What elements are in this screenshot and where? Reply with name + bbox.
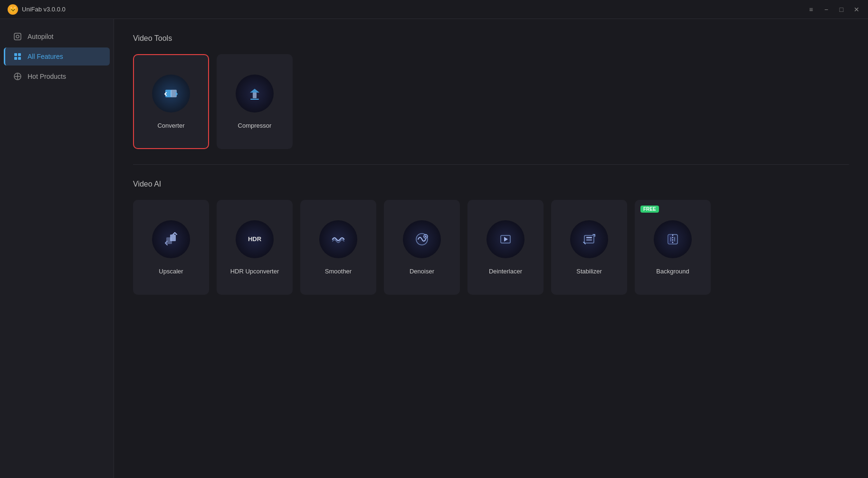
- sidebar-item-autopilot[interactable]: Autopilot: [4, 28, 110, 46]
- app-logo: 🐱: [8, 4, 18, 15]
- compressor-icon-circle: [236, 75, 274, 112]
- card-label-compressor: Compressor: [238, 122, 272, 129]
- card-denoiser[interactable]: Denoiser: [384, 200, 460, 295]
- sidebar-item-hot-products[interactable]: Hot Products: [4, 67, 110, 85]
- stabilizer-icon: [581, 231, 598, 248]
- card-converter[interactable]: Converter: [133, 54, 209, 149]
- hdr-text-icon: HDR: [248, 235, 261, 243]
- denoiser-icon-circle: [403, 220, 441, 258]
- card-deinterlacer[interactable]: Deinterlacer: [467, 200, 544, 295]
- svg-rect-22: [586, 237, 592, 238]
- svg-rect-23: [586, 239, 592, 241]
- video-ai-section: Video AI Upscaler: [133, 180, 849, 295]
- maximize-button[interactable]: □: [838, 6, 845, 13]
- card-compressor[interactable]: Compressor: [217, 54, 293, 149]
- video-tools-grid: Converter Compressor: [133, 54, 849, 149]
- svg-rect-3: [18, 53, 21, 56]
- background-icon-circle: [654, 220, 692, 258]
- deinterlacer-icon: [497, 231, 514, 248]
- card-stabilizer[interactable]: Stabilizer: [551, 200, 627, 295]
- sidebar-item-all-features[interactable]: All Features: [4, 47, 110, 66]
- card-label-converter: Converter: [157, 122, 184, 129]
- svg-point-1: [16, 35, 19, 38]
- sidebar-label-hot-products: Hot Products: [28, 73, 66, 80]
- svg-point-18: [425, 235, 427, 237]
- titlebar-left: 🐱 UniFab v3.0.0.0: [8, 4, 66, 15]
- section-divider: [133, 164, 849, 165]
- svg-rect-5: [18, 57, 21, 60]
- card-label-denoiser: Denoiser: [410, 268, 434, 275]
- app-title: UniFab v3.0.0.0: [22, 6, 66, 13]
- svg-rect-2: [14, 53, 17, 56]
- content-area: Video Tools Converter: [114, 19, 868, 478]
- background-icon: [664, 231, 681, 248]
- card-label-smoother: Smoother: [325, 268, 352, 275]
- main-layout: Autopilot All Features Ho: [0, 19, 868, 478]
- fire-icon: [13, 72, 22, 81]
- card-hdr-upconverter[interactable]: HDR HDR Upconverter: [217, 200, 293, 295]
- logo-icon: 🐱: [10, 6, 17, 13]
- smoother-icon-circle: [319, 220, 357, 258]
- upscaler-icon-circle: [152, 220, 190, 258]
- sidebar-label-all-features: All Features: [28, 53, 63, 60]
- autopilot-icon: [13, 32, 22, 41]
- compressor-icon: [246, 85, 263, 102]
- close-button[interactable]: ✕: [853, 6, 860, 13]
- titlebar-controls: ≡ − □ ✕: [807, 6, 860, 13]
- card-label-upscaler: Upscaler: [159, 268, 183, 275]
- stabilizer-icon-circle: [570, 220, 608, 258]
- card-label-deinterlacer: Deinterlacer: [489, 268, 522, 275]
- sidebar: Autopilot All Features Ho: [0, 19, 114, 478]
- svg-rect-10: [171, 90, 177, 97]
- video-tools-section: Video Tools Converter: [133, 34, 849, 149]
- svg-rect-12: [253, 93, 257, 98]
- card-upscaler[interactable]: Upscaler: [133, 200, 209, 295]
- svg-rect-0: [14, 33, 21, 40]
- card-smoother[interactable]: Smoother: [300, 200, 376, 295]
- smoother-icon: [330, 231, 347, 248]
- card-background[interactable]: FREE Background: [635, 200, 711, 295]
- hdr-icon-circle: HDR: [236, 220, 274, 258]
- denoiser-icon: [413, 231, 430, 248]
- svg-rect-25: [668, 234, 673, 244]
- deinterlacer-icon-circle: [486, 220, 525, 258]
- video-ai-title: Video AI: [133, 180, 849, 188]
- menu-button[interactable]: ≡: [807, 6, 815, 13]
- svg-rect-4: [14, 57, 17, 60]
- sidebar-label-autopilot: Autopilot: [28, 33, 53, 40]
- minimize-button[interactable]: −: [822, 6, 830, 13]
- card-label-background: Background: [656, 268, 689, 275]
- badge-free: FREE: [640, 206, 659, 213]
- converter-icon-circle: [152, 75, 190, 112]
- titlebar: 🐱 UniFab v3.0.0.0 ≡ − □ ✕: [0, 0, 868, 19]
- video-tools-title: Video Tools: [133, 34, 849, 43]
- upscaler-icon: [162, 231, 180, 248]
- svg-rect-15: [170, 234, 176, 241]
- video-ai-grid: Upscaler HDR HDR Upconverter: [133, 200, 849, 295]
- svg-marker-11: [250, 89, 259, 93]
- card-label-hdr: HDR Upconverter: [230, 268, 279, 275]
- card-label-stabilizer: Stabilizer: [576, 268, 601, 275]
- grid-icon: [13, 52, 22, 61]
- converter-icon: [162, 85, 180, 102]
